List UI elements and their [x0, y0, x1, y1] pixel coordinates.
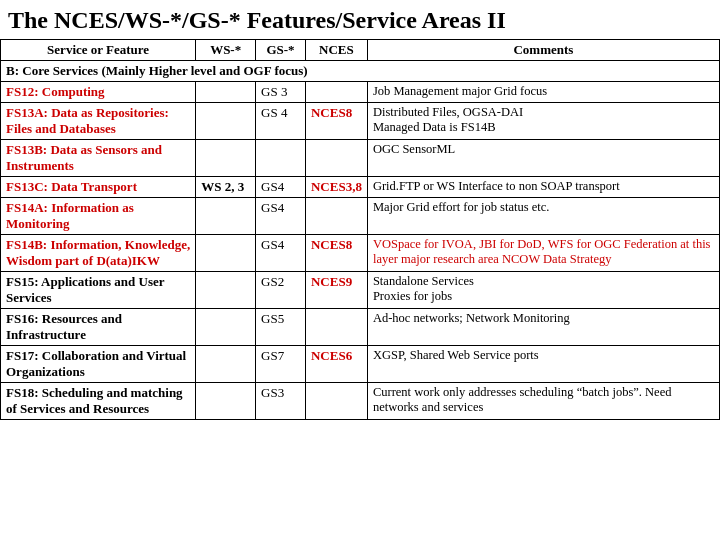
cell-nces: NCES9 [305, 271, 367, 308]
section-header-row: B: Core Services (Mainly Higher level an… [1, 60, 720, 81]
table-row: FS13B: Data as Sensors and InstrumentsOG… [1, 139, 720, 176]
cell-ws [196, 139, 256, 176]
cell-ws [196, 271, 256, 308]
cell-comments: XGSP, Shared Web Service ports [367, 345, 719, 382]
cell-comments: Distributed Files, OGSA-DAIManaged Data … [367, 102, 719, 139]
cell-ws [196, 345, 256, 382]
cell-service: FS13A: Data as Repositories: Files and D… [1, 102, 196, 139]
cell-gs: GS7 [256, 345, 306, 382]
cell-ws [196, 197, 256, 234]
cell-comments: Standalone ServicesProxies for jobs [367, 271, 719, 308]
cell-nces: NCES6 [305, 345, 367, 382]
table-row: FS16: Resources and InfrastructureGS5Ad-… [1, 308, 720, 345]
cell-nces [305, 382, 367, 419]
cell-service: FS18: Scheduling and matching of Service… [1, 382, 196, 419]
cell-service: FS12: Computing [1, 81, 196, 102]
header-comments: Comments [367, 39, 719, 60]
cell-service: FS14B: Information, Knowledge, Wisdom pa… [1, 234, 196, 271]
header-gs: GS-* [256, 39, 306, 60]
cell-comments: Grid.FTP or WS Interface to non SOAP tra… [367, 176, 719, 197]
cell-gs: GS5 [256, 308, 306, 345]
section-header-text: B: Core Services (Mainly Higher level an… [1, 60, 720, 81]
cell-nces [305, 139, 367, 176]
table-row: FS12: ComputingGS 3Job Management major … [1, 81, 720, 102]
cell-nces: NCES8 [305, 102, 367, 139]
cell-gs: GS3 [256, 382, 306, 419]
cell-service: FS14A: Information as Monitoring [1, 197, 196, 234]
table-row: FS15: Applications and User ServicesGS2N… [1, 271, 720, 308]
cell-gs: GS4 [256, 176, 306, 197]
cell-comments: Job Management major Grid focus [367, 81, 719, 102]
cell-service: FS13C: Data Transport [1, 176, 196, 197]
table-row: FS13A: Data as Repositories: Files and D… [1, 102, 720, 139]
header-service: Service or Feature [1, 39, 196, 60]
header-ws: WS-* [196, 39, 256, 60]
table-row: FS14B: Information, Knowledge, Wisdom pa… [1, 234, 720, 271]
cell-gs [256, 139, 306, 176]
table-row: FS14A: Information as MonitoringGS4Major… [1, 197, 720, 234]
cell-ws [196, 81, 256, 102]
page-title: The NCES/WS-*/GS-* Features/Service Area… [0, 0, 720, 39]
cell-comments: Ad-hoc networks; Network Monitoring [367, 308, 719, 345]
cell-ws [196, 234, 256, 271]
cell-ws [196, 308, 256, 345]
cell-gs: GS4 [256, 234, 306, 271]
cell-nces [305, 197, 367, 234]
cell-gs: GS 3 [256, 81, 306, 102]
cell-comments: VOSpace for IVOA, JBI for DoD, WFS for O… [367, 234, 719, 271]
cell-gs: GS4 [256, 197, 306, 234]
cell-service: FS13B: Data as Sensors and Instruments [1, 139, 196, 176]
cell-nces: NCES3,8 [305, 176, 367, 197]
cell-comments: Current work only addresses scheduling “… [367, 382, 719, 419]
table-row: FS18: Scheduling and matching of Service… [1, 382, 720, 419]
cell-ws: WS 2, 3 [196, 176, 256, 197]
table-row: FS17: Collaboration and Virtual Organiza… [1, 345, 720, 382]
cell-service: FS16: Resources and Infrastructure [1, 308, 196, 345]
cell-comments: OGC SensorML [367, 139, 719, 176]
cell-nces [305, 81, 367, 102]
cell-comments: Major Grid effort for job status etc. [367, 197, 719, 234]
table-row: FS13C: Data TransportWS 2, 3GS4NCES3,8Gr… [1, 176, 720, 197]
cell-ws [196, 102, 256, 139]
cell-gs: GS 4 [256, 102, 306, 139]
cell-service: FS17: Collaboration and Virtual Organiza… [1, 345, 196, 382]
cell-gs: GS2 [256, 271, 306, 308]
cell-service: FS15: Applications and User Services [1, 271, 196, 308]
cell-nces: NCES8 [305, 234, 367, 271]
header-nces: NCES [305, 39, 367, 60]
cell-nces [305, 308, 367, 345]
cell-ws [196, 382, 256, 419]
